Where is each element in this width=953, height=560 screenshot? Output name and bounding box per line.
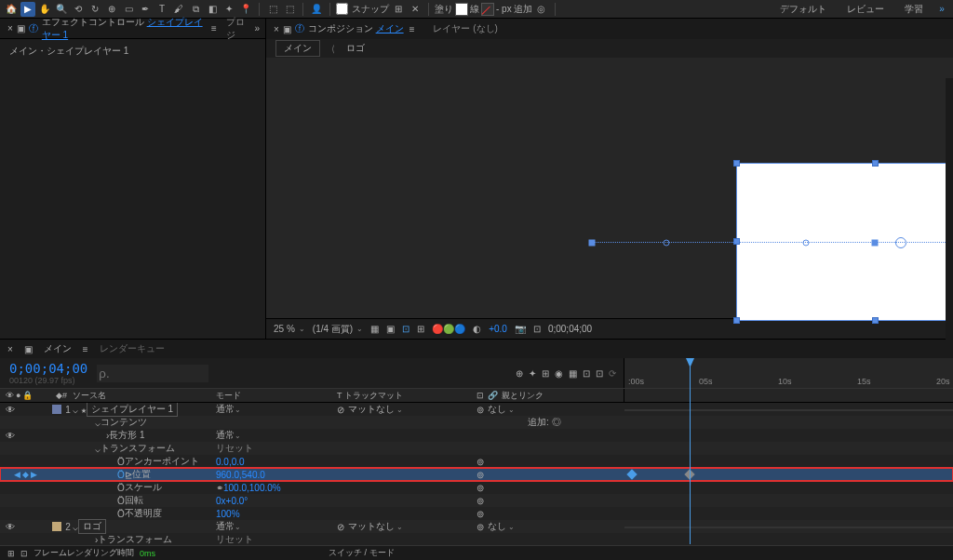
guides-icon[interactable]: ⊡ bbox=[402, 324, 409, 334]
eye-icon[interactable]: 👁 bbox=[6, 522, 15, 532]
pan-tool[interactable]: ⊕ bbox=[104, 2, 119, 17]
transform-row[interactable]: › トランスフォーム リセット bbox=[0, 533, 953, 545]
layer-name[interactable]: ロゴ bbox=[78, 519, 106, 534]
mode-header[interactable]: モード bbox=[216, 389, 337, 402]
tl-icon-6[interactable]: ⊡ bbox=[583, 368, 590, 379]
roto-tool[interactable]: ✦ bbox=[221, 2, 236, 17]
layer-name[interactable]: シェイプレイヤー 1 bbox=[87, 403, 178, 417]
lock-header-icon[interactable]: 🔒 bbox=[22, 391, 33, 400]
workspace-review[interactable]: レビュー bbox=[838, 1, 893, 18]
tl-tab-options-icon[interactable]: ≡ bbox=[83, 344, 88, 354]
position-value[interactable]: 960.0,540.0 bbox=[216, 470, 265, 480]
add-content-icon[interactable]: ◎ bbox=[552, 417, 561, 427]
add-label[interactable]: 追加 bbox=[514, 3, 532, 16]
opacity-value[interactable]: 100% bbox=[216, 509, 240, 519]
solo-header-icon[interactable]: ● bbox=[16, 391, 20, 400]
keyframe[interactable] bbox=[626, 469, 637, 479]
parent-dropdown[interactable]: なし bbox=[488, 520, 515, 533]
stopwatch-icon[interactable]: Ö bbox=[117, 496, 125, 506]
extra-tool-2[interactable]: ⬚ bbox=[282, 2, 297, 17]
comp-tab-options-icon[interactable]: ≡ bbox=[409, 24, 415, 34]
shape-mode[interactable]: 通常 bbox=[216, 429, 337, 442]
stopwatch-icon[interactable]: Ö bbox=[117, 457, 125, 467]
transparency-icon[interactable]: ▦ bbox=[370, 324, 379, 334]
tl-icon-7[interactable]: ⊡ bbox=[596, 368, 603, 379]
type-tool[interactable]: T bbox=[154, 2, 169, 17]
toggle-modes-icon[interactable]: ⊡ bbox=[20, 549, 28, 558]
comp-expr-icon[interactable]: ⓕ bbox=[295, 22, 304, 35]
stopwatch-icon[interactable]: Ö bbox=[117, 483, 125, 493]
exposure-value[interactable]: +0.0 bbox=[489, 324, 507, 334]
workspace-default[interactable]: デフォルト bbox=[771, 1, 836, 18]
transform-row[interactable]: ⌵ トランスフォーム リセット bbox=[0, 442, 953, 455]
path-point[interactable] bbox=[803, 240, 810, 247]
contents-row[interactable]: ⌵ コンテンツ 追加: ◎ bbox=[0, 416, 953, 429]
rotation-row[interactable]: Ö 回転 0x+0.0° ⊚ bbox=[0, 494, 953, 507]
resolution-dropdown[interactable]: (1/4 画質) bbox=[313, 323, 363, 336]
add-icon[interactable]: ◎ bbox=[534, 2, 549, 17]
fill-swatch[interactable] bbox=[455, 3, 468, 16]
eye-icon[interactable]: 👁 bbox=[6, 405, 15, 415]
matte-icon[interactable]: ⊘ bbox=[337, 522, 344, 532]
comp-close-icon[interactable]: × bbox=[274, 24, 279, 34]
expr-header-icon[interactable]: ⊡ bbox=[476, 391, 484, 400]
project-tab[interactable]: プロジ bbox=[226, 16, 251, 42]
orbit-tool[interactable]: ⟲ bbox=[71, 2, 86, 17]
eraser-tool[interactable]: ◧ bbox=[205, 2, 220, 17]
scale-value[interactable]: 100.0,100.0% bbox=[223, 483, 281, 493]
current-time[interactable]: 0;00;04;00 bbox=[9, 361, 87, 376]
scale-row[interactable]: Ö スケール ⚭ 100.0,100.0% ⊚ bbox=[0, 481, 953, 494]
expr-pickwhip-icon[interactable]: ⊚ bbox=[476, 496, 484, 506]
show-snapshot-icon[interactable]: ⊡ bbox=[533, 324, 541, 334]
layer-tab[interactable]: レイヤー (なし) bbox=[433, 22, 497, 35]
workspace-learn[interactable]: 学習 bbox=[895, 1, 933, 18]
source-header[interactable]: ソース名 bbox=[73, 389, 216, 402]
selection-tool[interactable]: ▶ bbox=[20, 2, 35, 17]
tl-icon-5[interactable]: ▦ bbox=[569, 368, 577, 379]
home-icon[interactable]: 🏠 bbox=[4, 2, 19, 17]
tl-close-icon[interactable]: × bbox=[7, 344, 13, 354]
layer-bar[interactable] bbox=[624, 409, 953, 411]
path-point[interactable] bbox=[589, 240, 596, 247]
region-icon[interactable]: ⊞ bbox=[417, 324, 424, 334]
tl-icon-2[interactable]: ✦ bbox=[529, 368, 536, 379]
matte-icon[interactable]: ⊘ bbox=[337, 405, 344, 415]
tl-icon-1[interactable]: ⊕ bbox=[516, 368, 523, 379]
brush-tool[interactable]: 🖌 bbox=[171, 2, 186, 17]
stroke-swatch[interactable] bbox=[481, 3, 494, 16]
snap-toggle[interactable]: スナップ bbox=[336, 3, 389, 16]
channel-icon[interactable]: 🔴🟢🔵 bbox=[432, 324, 465, 334]
scrollbar-vertical[interactable] bbox=[946, 78, 953, 376]
path-point[interactable] bbox=[664, 240, 670, 247]
path-point[interactable] bbox=[872, 240, 879, 247]
canvas[interactable] bbox=[266, 58, 953, 318]
stopwatch-icon[interactable]: Ö bbox=[117, 509, 125, 519]
panel-menu-icon[interactable]: × bbox=[7, 23, 13, 33]
breadcrumb-layer[interactable]: ロゴ bbox=[346, 42, 365, 55]
next-kf-icon[interactable]: ▶ bbox=[31, 470, 37, 479]
snap-opt-icon[interactable]: ⊞ bbox=[391, 2, 406, 17]
stroke-width[interactable]: - px bbox=[496, 4, 512, 14]
rect-tool[interactable]: ▭ bbox=[121, 2, 136, 17]
matte-dropdown[interactable]: マットなし bbox=[348, 403, 403, 416]
panel-overflow-icon[interactable]: » bbox=[254, 23, 260, 33]
snapshot-icon[interactable]: 📷 bbox=[515, 324, 526, 334]
puppet-tool[interactable]: 📍 bbox=[238, 2, 253, 17]
tl-tab-main[interactable]: メイン bbox=[44, 342, 72, 355]
add-kf-icon[interactable]: ◆ bbox=[22, 470, 29, 479]
breadcrumb-comp[interactable]: メイン bbox=[275, 40, 320, 57]
tl-icon-3[interactable]: ⊞ bbox=[542, 368, 549, 379]
hand-tool[interactable]: ✋ bbox=[37, 2, 52, 17]
eye-header-icon[interactable]: 👁 bbox=[6, 391, 14, 400]
switches-modes-toggle[interactable]: スイッチ / モード bbox=[329, 547, 395, 559]
anchor-value[interactable]: 0.0,0.0 bbox=[216, 457, 245, 467]
tl-icon-4[interactable]: ◉ bbox=[555, 368, 563, 379]
extra-tool-1[interactable]: ⬚ bbox=[265, 2, 280, 17]
zoom-dropdown[interactable]: 25 % bbox=[274, 324, 305, 334]
blend-mode[interactable]: 通常 bbox=[216, 520, 337, 533]
preview-time[interactable]: 0;00;04;00 bbox=[548, 324, 592, 334]
timeline-search[interactable] bbox=[97, 365, 208, 382]
expr-pickwhip-icon[interactable]: ⊚ bbox=[476, 483, 484, 493]
opacity-row[interactable]: Ö 不透明度 100% ⊚ bbox=[0, 507, 953, 520]
panel-options-icon[interactable]: ≡ bbox=[211, 23, 217, 33]
